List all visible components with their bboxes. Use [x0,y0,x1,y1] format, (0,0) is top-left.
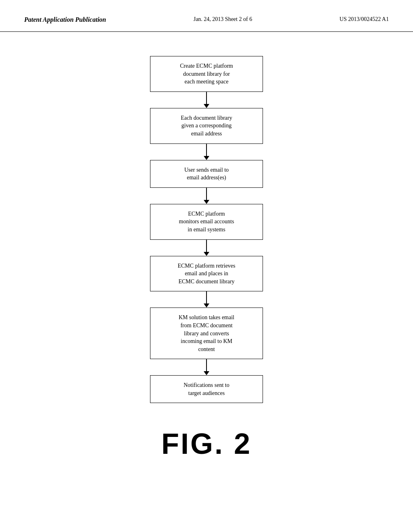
arrow-head-2 [204,156,209,160]
sheet-info: Jan. 24, 2013 Sheet 2 of 6 [194,16,252,23]
arrow-head-3 [204,200,209,204]
arrow-line-3 [206,188,207,200]
arrow-head-5 [204,303,209,308]
arrow-line-5 [206,291,207,303]
arrow-head-4 [204,252,209,256]
arrow-head-1 [204,104,209,108]
arrow-line-1 [206,92,207,104]
arrow-line-4 [206,240,207,252]
flow-box-2: Each document librarygiven a correspondi… [150,108,263,144]
arrow-line-6 [206,359,207,371]
arrow-line-2 [206,144,207,156]
patent-number: US 2013/0024522 A1 [340,16,389,23]
flow-box-1: Create ECMC platformdocument library for… [150,56,263,92]
figure-label: FIG. 2 [161,427,252,460]
page-content: Create ECMC platformdocument library for… [0,32,413,476]
arrow-head-6 [204,371,209,375]
arrow-1 [204,92,209,108]
flowchart: Create ECMC platformdocument library for… [138,56,275,403]
publication-label: Patent Application Publication [24,16,106,23]
flow-box-6: KM solution takes emailfrom ECMC documen… [150,308,263,359]
arrow-2 [204,144,209,160]
patent-page: Patent Application Publication Jan. 24, … [0,0,413,532]
arrow-4 [204,240,209,256]
flow-box-4: ECMC platformmonitors email accountsin e… [150,204,263,240]
flow-box-5: ECMC platform retrievesemail and places … [150,256,263,292]
page-header: Patent Application Publication Jan. 24, … [0,0,413,32]
flow-box-3: User sends email toemail address(es) [150,160,263,188]
flow-box-7: Notifications sent totarget audiences [150,375,263,403]
arrow-5 [204,291,209,308]
arrow-3 [204,188,209,204]
arrow-6 [204,359,209,375]
